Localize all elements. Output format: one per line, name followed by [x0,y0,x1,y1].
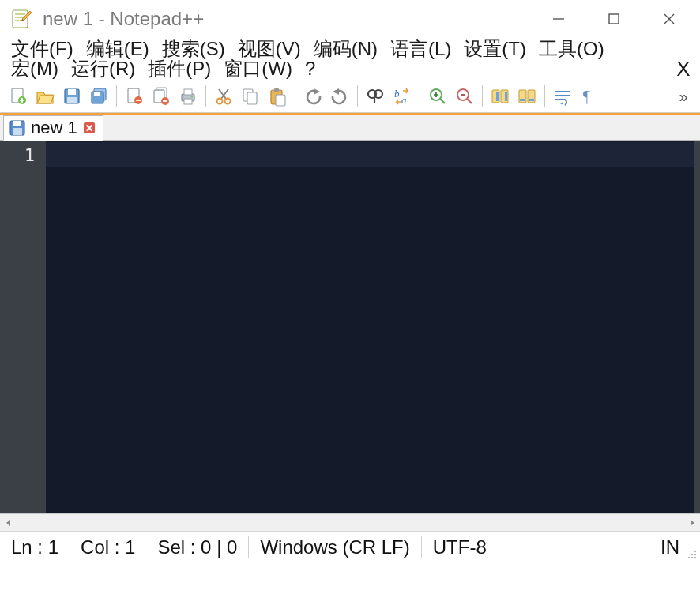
menu-macro[interactable]: 宏(M) [5,59,65,78]
line-number: 1 [0,145,35,165]
svg-line-48 [440,99,445,103]
cut-button[interactable] [210,83,237,110]
scroll-right-button[interactable] [683,514,700,531]
status-insert-mode[interactable]: IN [649,536,681,558]
svg-marker-72 [6,520,10,526]
svg-point-34 [225,99,231,104]
tab-new1[interactable]: new 1 [3,115,103,141]
svg-line-52 [467,99,472,103]
statusbar: Ln : 1 Col : 1 Sel : 0 | 0 Windows (CR L… [0,531,700,562]
status-eol[interactable]: Windows (CR LF) [249,536,420,558]
open-file-button[interactable] [32,83,58,110]
sync-hscroll-button[interactable] [514,83,540,110]
close-button[interactable] [642,0,697,38]
maximize-button[interactable] [586,0,642,38]
menu-run[interactable]: 运行(R) [65,59,141,78]
editor-area: 1 [0,141,700,513]
svg-marker-73 [691,520,694,526]
menu-plugins[interactable]: 插件(P) [141,59,217,78]
close-all-button[interactable] [148,83,175,110]
horizontal-scrollbar[interactable] [0,513,700,531]
window-title: new 1 - Notepad++ [43,8,204,30]
save-all-button[interactable] [85,83,112,110]
svg-marker-40 [314,88,320,95]
svg-text:¶: ¶ [583,88,590,105]
menu-settings[interactable]: 设置(T) [457,39,533,58]
menu-file[interactable]: 文件(F) [5,39,80,58]
svg-rect-60 [520,99,525,101]
menu-window[interactable]: 窗口(W) [217,59,299,78]
code-area[interactable] [46,141,700,513]
copy-button[interactable] [237,83,264,110]
toolbar-separator [482,85,483,107]
tab-label: new 1 [31,118,77,138]
svg-point-75 [691,553,693,555]
toolbar-overflow-button[interactable]: » [672,83,695,110]
menu-close-doc[interactable]: X [672,58,695,79]
toolbar-separator [295,85,295,107]
zoom-out-button[interactable] [451,83,478,110]
paste-button[interactable] [264,83,291,110]
menu-view[interactable]: 视图(V) [231,39,307,58]
svg-point-78 [691,556,693,558]
titlebar: new 1 - Notepad++ [0,0,700,38]
svg-point-74 [694,550,696,551]
scroll-left-button[interactable] [0,514,17,531]
app-icon [11,8,33,30]
zoom-in-button[interactable] [424,83,451,110]
status-col: Col : 1 [70,536,146,558]
svg-text:b: b [394,88,400,100]
replace-button[interactable]: ba [389,83,416,110]
new-file-button[interactable] [5,83,32,110]
svg-rect-19 [94,92,100,96]
svg-point-33 [217,99,223,104]
word-wrap-button[interactable] [549,83,576,110]
sync-vscroll-button[interactable] [487,83,514,110]
toolbar-separator [116,85,117,107]
status-encoding[interactable]: UTF-8 [422,536,498,558]
save-button[interactable] [58,83,85,110]
svg-rect-39 [276,95,285,106]
resize-grip[interactable] [681,532,700,562]
tab-strip: new 1 [0,112,700,141]
chevron-right-icon: » [679,88,687,106]
svg-rect-68 [13,128,22,135]
redo-button[interactable] [326,83,353,110]
svg-point-30 [191,96,194,98]
menu-language[interactable]: 语言(L) [384,39,457,58]
svg-rect-57 [505,92,507,101]
svg-rect-15 [68,89,76,95]
svg-rect-67 [13,121,21,126]
svg-rect-16 [67,97,77,103]
menu-search[interactable]: 搜索(S) [156,39,231,58]
status-sel: Sel : 0 | 0 [146,536,248,558]
svg-rect-36 [247,92,257,104]
menu-encoding[interactable]: 编码(N) [307,39,384,58]
print-button[interactable] [175,83,201,110]
svg-point-76 [694,553,696,555]
menu-help[interactable]: ? [299,59,322,78]
svg-rect-61 [529,99,534,101]
menubar: 文件(F) 编辑(E) 搜索(S) 视图(V) 编码(N) 语言(L) 设置(T… [0,38,700,81]
show-symbols-button[interactable]: ¶ [576,83,603,110]
tab-close-button[interactable] [82,121,96,135]
svg-rect-28 [184,89,192,95]
svg-rect-29 [184,99,192,104]
svg-point-79 [694,556,696,558]
toolbar-separator [357,85,358,107]
svg-marker-41 [333,88,339,95]
toolbar-separator [544,85,545,107]
toolbar-separator [420,85,420,107]
current-line-highlight [46,142,694,167]
minimize-button[interactable] [531,0,586,38]
menu-edit[interactable]: 编辑(E) [80,39,156,58]
line-gutter: 1 [0,141,46,513]
toolbar-separator [205,85,206,107]
toolbar: ba ¶ » [0,81,700,112]
menu-tools[interactable]: 工具(O) [533,39,611,58]
svg-text:a: a [401,94,407,106]
find-button[interactable] [362,83,389,110]
undo-button[interactable] [299,83,326,110]
svg-marker-64 [560,102,563,105]
close-file-button[interactable] [121,83,148,110]
